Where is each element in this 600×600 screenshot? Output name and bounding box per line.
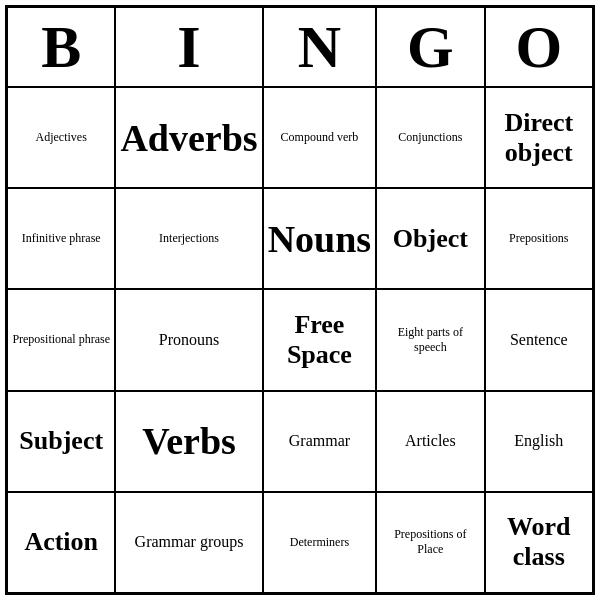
bingo-card: B I N G O Adjectives Adverbs Compound ve… — [5, 5, 595, 595]
header-n: N — [263, 7, 377, 87]
cell-r2c1: Infinitive phrase — [7, 188, 115, 289]
cell-r2c3: Nouns — [263, 188, 377, 289]
cell-r3c5: Sentence — [485, 289, 593, 390]
cell-r5c3: Determiners — [263, 492, 377, 593]
cell-r3c4: Eight parts of speech — [376, 289, 484, 390]
cell-r2c4: Object — [376, 188, 484, 289]
cell-r4c4: Articles — [376, 391, 484, 492]
cell-r1c4: Conjunctions — [376, 87, 484, 188]
cell-r4c2: Verbs — [115, 391, 262, 492]
cell-r1c1: Adjectives — [7, 87, 115, 188]
header-i: I — [115, 7, 262, 87]
cell-r2c2: Interjections — [115, 188, 262, 289]
cell-r1c5: Direct object — [485, 87, 593, 188]
cell-r3c3-freespace: Free Space — [263, 289, 377, 390]
header-b: B — [7, 7, 115, 87]
cell-r1c2: Adverbs — [115, 87, 262, 188]
cell-r5c2: Grammar groups — [115, 492, 262, 593]
cell-r5c5: Word class — [485, 492, 593, 593]
cell-r5c4: Prepositions of Place — [376, 492, 484, 593]
cell-r5c1: Action — [7, 492, 115, 593]
cell-r3c1: Prepositional phrase — [7, 289, 115, 390]
cell-r3c2: Pronouns — [115, 289, 262, 390]
header-g: G — [376, 7, 484, 87]
cell-r4c1: Subject — [7, 391, 115, 492]
header-o: O — [485, 7, 593, 87]
cell-r1c3: Compound verb — [263, 87, 377, 188]
cell-r4c3: Grammar — [263, 391, 377, 492]
cell-r2c5: Prepositions — [485, 188, 593, 289]
cell-r4c5: English — [485, 391, 593, 492]
